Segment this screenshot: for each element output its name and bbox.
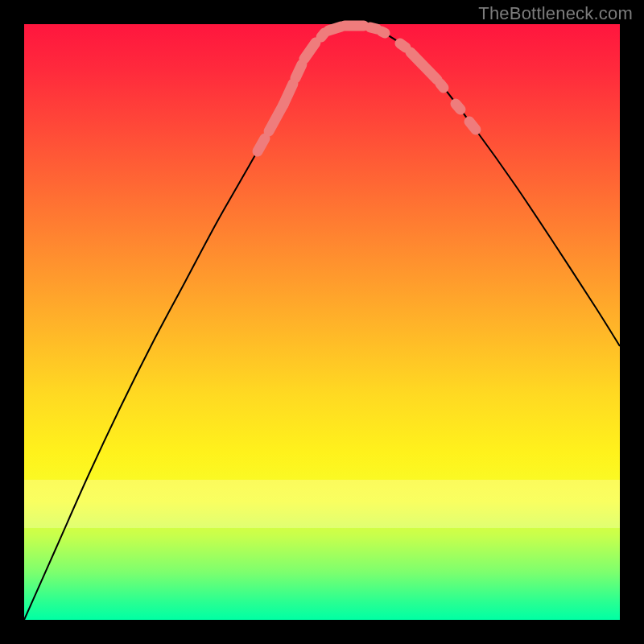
marker-segment	[370, 27, 377, 29]
chart-frame: TheBottleneck.com	[0, 0, 644, 644]
marker-segment	[382, 31, 385, 33]
marker-segment	[456, 104, 460, 109]
chart-svg	[24, 24, 620, 620]
marker-segment	[469, 122, 476, 130]
marker-segment	[295, 64, 302, 78]
marker-segment	[304, 43, 316, 59]
marker-segment	[283, 84, 293, 105]
marker-segment	[258, 138, 265, 151]
marker-segment	[440, 84, 444, 88]
curve-path	[24, 25, 620, 620]
marker-segment	[411, 52, 437, 80]
watermark-text: TheBottleneck.com	[478, 3, 633, 24]
marker-segment	[400, 43, 406, 47]
marker-segments	[258, 26, 476, 151]
bottleneck-curve	[24, 25, 620, 620]
marker-segment	[328, 27, 341, 31]
marker-segment	[321, 33, 324, 37]
